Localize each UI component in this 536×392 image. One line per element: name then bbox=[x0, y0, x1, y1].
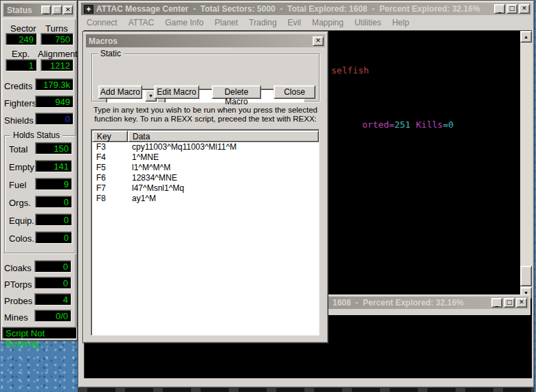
macros-titlebar[interactable]: Macros ✕ bbox=[86, 34, 325, 47]
edit-macro-button[interactable]: Edit Macro bbox=[154, 85, 199, 99]
macros-dialog: Macros ✕ Static ▼ Add Macro Edit Macro D… bbox=[82, 31, 328, 343]
script-status-bar: Script Not Running bbox=[2, 327, 77, 339]
secondary-close-button[interactable]: ✕ bbox=[516, 298, 527, 308]
status-window: Status _ □ ✕ Sector Turns 249 750 Exp. A… bbox=[0, 0, 78, 341]
data-column-header[interactable]: Data bbox=[128, 130, 319, 142]
fuel-value: 9 bbox=[35, 178, 72, 190]
close-macro-button[interactable]: Close bbox=[273, 85, 315, 99]
status-close-button[interactable]: ✕ bbox=[63, 5, 73, 14]
secondary-minimize-button[interactable]: _ bbox=[491, 298, 502, 308]
list-item[interactable]: F41^MNE bbox=[91, 152, 319, 163]
alignment-label: Alignment bbox=[38, 49, 78, 59]
mines-label: Mines bbox=[4, 312, 28, 323]
sector-label: Sector bbox=[10, 23, 36, 34]
terminal-line-kills: orted=251 Kills=0 bbox=[330, 109, 454, 140]
list-item[interactable]: F3cpy11003^Mq11003^Ml11^M bbox=[91, 142, 319, 152]
list-item[interactable]: F612834^MNE bbox=[91, 173, 319, 183]
terminal-line-selfish: selfish bbox=[331, 65, 369, 76]
terminal-scrollbar[interactable]: ▲ ▼ bbox=[520, 31, 532, 299]
macros-close-button[interactable]: ✕ bbox=[313, 36, 324, 46]
mines-value: 0/0 bbox=[34, 310, 71, 322]
status-titlebar[interactable]: Status _ □ ✕ bbox=[3, 3, 74, 16]
credits-value: 179.3k bbox=[35, 78, 74, 91]
turns-value: 750 bbox=[41, 33, 74, 45]
equip-value: 0 bbox=[35, 214, 72, 226]
exp-label: Exp. bbox=[12, 49, 30, 59]
shields-value: 0 bbox=[35, 113, 74, 125]
fighters-label: Fighters bbox=[4, 98, 36, 108]
main-titlebar[interactable]: ✦ ATTAC Message Center - Total Sectors: … bbox=[81, 3, 531, 15]
empty-value: 141 bbox=[35, 160, 72, 172]
cloaks-label: Cloaks bbox=[4, 263, 32, 273]
menu-planet[interactable]: Planet bbox=[209, 16, 243, 29]
alignment-value: 1212 bbox=[41, 59, 74, 71]
status-maximize-button[interactable]: □ bbox=[52, 5, 62, 14]
main-window-title: ATTAC Message Center - Total Sectors: 50… bbox=[96, 4, 494, 14]
menu-trading[interactable]: Trading bbox=[243, 16, 282, 29]
menu-help[interactable]: Help bbox=[387, 16, 415, 29]
exp-value: 1 bbox=[5, 59, 37, 71]
delete-macro-button[interactable]: Delete Macro bbox=[212, 85, 261, 99]
empty-label: Empty bbox=[9, 162, 34, 172]
menu-evil[interactable]: Evil bbox=[282, 16, 306, 29]
equip-label: Equip. bbox=[9, 216, 34, 226]
static-group-label: Static bbox=[98, 49, 124, 58]
total-value: 150 bbox=[35, 142, 72, 154]
secondary-maximize-button[interactable]: □ bbox=[504, 298, 515, 308]
ptorps-label: PTorps bbox=[4, 279, 32, 290]
menu-utilities[interactable]: Utilities bbox=[349, 16, 387, 29]
menu-game-info[interactable]: Game Info bbox=[159, 16, 209, 29]
orgs-label: Orgs. bbox=[9, 198, 31, 208]
scroll-up-icon[interactable]: ▲ bbox=[520, 31, 532, 43]
colos-label: Colos. bbox=[9, 233, 34, 244]
list-item[interactable]: F8ay1^M bbox=[91, 194, 319, 204]
menu-bar: Connect ATTAC Game Info Planet Trading E… bbox=[81, 16, 531, 30]
fighters-value: 949 bbox=[35, 95, 74, 108]
scrollbar-thumb[interactable] bbox=[520, 266, 532, 286]
minimize-button[interactable]: _ bbox=[494, 4, 505, 14]
taskbar-edge bbox=[78, 388, 535, 392]
list-item[interactable]: F5l1^M^M^M bbox=[91, 163, 319, 173]
ptorps-value: 0 bbox=[34, 277, 71, 289]
holds-status-group: Holds Status Total 150 Empty 141 Fuel 9 … bbox=[4, 135, 76, 253]
add-macro-button[interactable]: Add Macro bbox=[98, 85, 142, 99]
total-label: Total bbox=[9, 144, 27, 154]
probes-value: 4 bbox=[34, 293, 71, 305]
status-body: Sector Turns 249 750 Exp. Alignment 1 12… bbox=[2, 19, 76, 339]
probes-label: Probes bbox=[4, 296, 32, 306]
menu-connect[interactable]: Connect bbox=[81, 16, 123, 29]
orgs-value: 0 bbox=[35, 196, 72, 208]
menu-mapping[interactable]: Mapping bbox=[306, 16, 349, 29]
macros-dialog-title: Macros bbox=[89, 36, 313, 46]
list-item[interactable]: F7l47^Msnl1^Mq bbox=[91, 183, 319, 194]
maximize-button[interactable]: □ bbox=[506, 4, 517, 14]
holds-status-title: Holds Status bbox=[10, 130, 63, 140]
turns-label: Turns bbox=[45, 23, 68, 34]
key-column-header[interactable]: Key bbox=[92, 130, 128, 142]
cloaks-value: 0 bbox=[34, 260, 71, 273]
credits-label: Credits bbox=[4, 81, 32, 91]
app-icon: ✦ bbox=[84, 5, 93, 14]
macros-help-text: Type in any text you wish to be run when… bbox=[90, 106, 321, 124]
colos-value: 0 bbox=[35, 231, 72, 244]
sector-value: 249 bbox=[5, 33, 37, 45]
status-window-title: Status bbox=[7, 5, 41, 15]
macro-list[interactable]: Key Data F3cpy11003^Mq11003^Ml11^M F41^M… bbox=[91, 129, 320, 336]
status-minimize-button[interactable]: _ bbox=[41, 5, 51, 14]
menu-attac[interactable]: ATTAC bbox=[123, 16, 160, 29]
macro-list-header: Key Data bbox=[91, 130, 319, 142]
fuel-label: Fuel bbox=[9, 180, 26, 190]
shields-label: Shields bbox=[4, 115, 34, 126]
close-button[interactable]: ✕ bbox=[519, 4, 530, 14]
